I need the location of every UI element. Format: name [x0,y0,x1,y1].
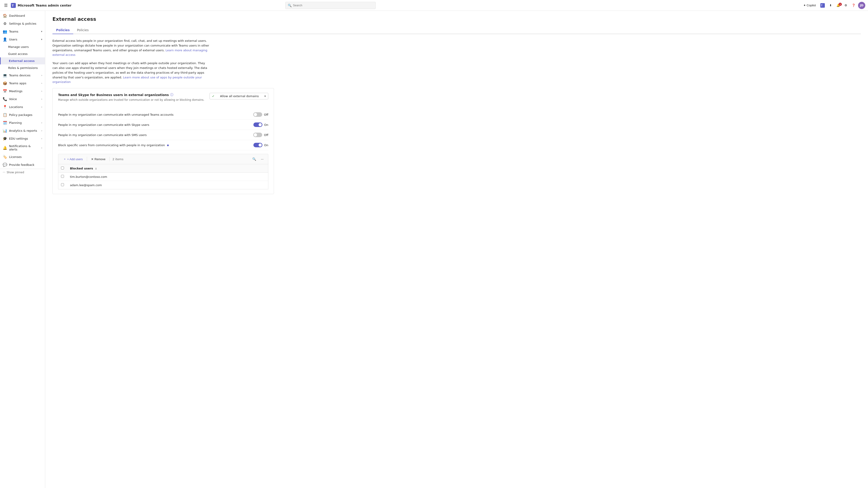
help-icon: ❓ [852,4,855,7]
chevron-right-icon: › [41,137,42,140]
sidebar-item-label: Voice [9,97,17,101]
blocked-user-email-1: tim.burton@contoso.com [67,173,268,181]
settings-button[interactable]: ⚙ [843,3,849,8]
user-avatar[interactable]: JD [858,2,865,9]
sidebar-item-teams-apps[interactable]: 📦 Teams apps › [0,79,45,87]
description-2: Your users can add apps when they host m… [53,61,211,85]
select-all-checkbox[interactable] [61,166,64,169]
x-icon: ✕ [91,158,94,161]
sidebar-item-label: Dashboard [9,14,25,18]
external-orgs-section: Teams and Skype for Business users in ex… [53,88,274,194]
voice-icon: 📞 [3,97,7,101]
download-icon: ⬇ [829,4,832,7]
sidebar-item-label: Users [9,38,17,41]
sidebar-item-guest-access[interactable]: Guest access [0,51,45,57]
sidebar-item-manage-users[interactable]: Manage users [0,43,45,51]
teams-logo-icon: T [11,3,16,8]
sidebar-item-licenses[interactable]: 🏷️ Licenses [0,153,45,161]
devices-icon: 💻 [3,73,7,77]
search-box[interactable]: 🔍 [285,2,376,9]
sidebar-item-users[interactable]: 👤 Users ▾ [0,35,45,43]
sidebar-item-voice[interactable]: 📞 Voice › [0,95,45,103]
sidebar-item-label: Guest access [8,52,28,56]
notification-button[interactable]: 🔔 1 [835,3,842,8]
dropdown-value: Allow all external domains [220,94,259,98]
toggle-row-unmanaged: People in my organization can communicat… [58,109,268,120]
chevron-down-icon: ▾ [264,94,266,98]
teams-icon-button[interactable]: T [818,2,827,8]
remove-button[interactable]: ✕ Remove [89,156,107,162]
info-icon[interactable]: ⓘ [170,93,174,97]
blocked-users-table: Blocked users ↓ tim.burton@contoso.com [58,164,268,189]
page-title: External access [53,16,861,22]
toggle-state-label-block: On [264,143,268,147]
sidebar-item-provide-feedback[interactable]: 💬 Provide feedback [0,161,45,169]
sidebar-item-dashboard[interactable]: 🏠 Dashboard [0,12,45,20]
sidebar-item-policy-packages[interactable]: 📋 Policy packages [0,111,45,119]
sidebar-item-teams[interactable]: 👥 Teams ▾ [0,28,45,35]
toggle-switch-unmanaged[interactable] [253,112,262,117]
table-checkbox-header[interactable] [58,164,67,173]
sidebar-item-planning[interactable]: 🗓️ Planning › [0,119,45,127]
search-input[interactable] [293,4,373,7]
chevron-down-icon: ▾ [41,30,42,33]
sidebar-item-label: Provide feedback [9,163,34,166]
sidebar-item-settings-policies[interactable]: ⚙️ Settings & policies [0,20,45,28]
toggle-label-skype: People in my organization can communicat… [58,123,149,127]
locations-icon: 📍 [3,105,7,109]
table-row: adam.lee@spam.com [58,181,268,189]
row-checkbox-2[interactable] [58,181,67,189]
copilot-button[interactable]: ✦ Copilot [802,3,817,8]
chevron-right-icon: › [41,82,42,85]
external-orgs-header: Teams and Skype for Business users in ex… [58,93,204,101]
sidebar-item-label: Meetings [9,90,22,93]
sidebar-item-meetings[interactable]: 📅 Meetings › [0,87,45,95]
tab-policies-2[interactable]: Policies [73,26,92,34]
show-pinned-button[interactable]: ··· Show pinned [0,169,45,176]
domain-dropdown[interactable]: ✓ Allow all external domains ▾ [210,93,268,99]
tab-policies[interactable]: Policies [53,26,73,34]
toggle-switch-skype[interactable] [253,123,262,127]
sidebar-item-analytics-reports[interactable]: 📊 Analytics & reports › [0,127,45,135]
hamburger-menu-button[interactable]: ☰ [3,2,9,9]
toggle-status-block: On [253,143,268,147]
sidebar-item-label: Policy packages [9,113,32,117]
chevron-right-icon: › [41,98,42,101]
dashboard-icon: 🏠 [3,13,7,18]
teams-small-icon: T [820,3,825,8]
download-button[interactable]: ⬇ [828,3,834,8]
notification-badge: 1 [839,3,842,6]
apps-icon: 📦 [3,81,7,86]
sidebar-item-label: Notifications & alerts [9,144,39,151]
sidebar-item-teams-devices[interactable]: 💻 Teams devices › [0,71,45,79]
show-pinned-label: Show pinned [6,171,24,174]
sidebar-item-label: Teams [9,30,18,33]
sidebar-item-notifications-alerts[interactable]: 🔔 Notifications & alerts › [0,142,45,153]
sidebar: 🏠 Dashboard ⚙️ Settings & policies 👥 Tea… [0,11,45,488]
row-checkbox[interactable] [61,183,64,186]
app-title: Microsoft Teams admin center [18,4,71,7]
row-checkbox[interactable] [61,175,64,178]
toggle-row-skype: People in my organization can communicat… [58,120,268,130]
toggle-switch-sms[interactable] [253,133,262,137]
sidebar-item-locations[interactable]: 📍 Locations › [0,103,45,111]
blocked-users-column-header[interactable]: Blocked users ↓ [67,164,268,173]
toggle-switch-block[interactable] [253,143,262,147]
help-button[interactable]: ❓ [850,3,857,8]
sort-icon[interactable]: ↓ [95,167,97,170]
policy-icon: 📋 [3,113,7,117]
more-options-button[interactable]: ··· [259,156,266,162]
row-checkbox-1[interactable] [58,173,67,181]
sidebar-item-edu-settings[interactable]: 🎓 EDU settings › [0,135,45,142]
sidebar-item-label: Settings & policies [9,22,36,25]
toggle-status-sms: Off [253,133,268,137]
sidebar-item-external-access[interactable]: External access [0,57,45,64]
search-icon: 🔍 [288,4,291,7]
teams-nav-icon: 👥 [3,29,7,34]
add-users-button[interactable]: ＋ + Add users [61,156,85,162]
sidebar-item-roles-permissions[interactable]: Roles & permissions [0,64,45,71]
toggle-state-label-unmanaged: Off [264,113,268,116]
toggle-status-unmanaged: Off [253,112,268,117]
copilot-label: Copilot [807,4,816,7]
search-table-button[interactable]: 🔍 [251,156,257,162]
